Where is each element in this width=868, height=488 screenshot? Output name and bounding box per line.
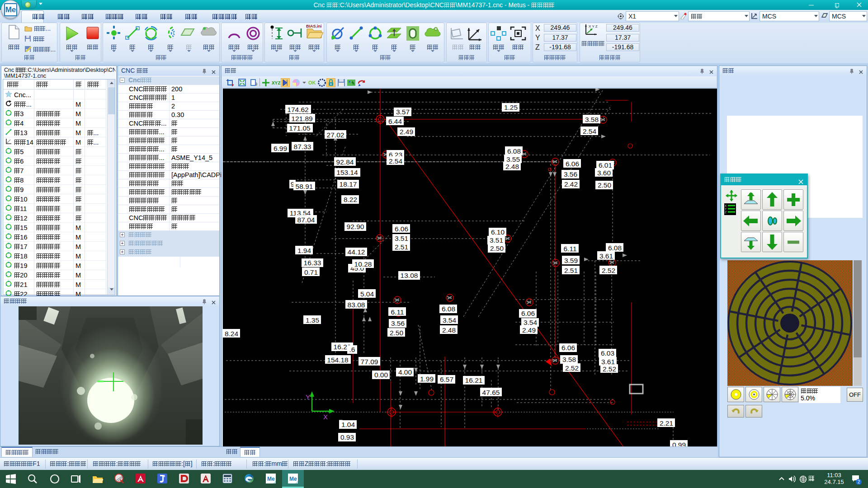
svg-text:6.57: 6.57 — [440, 375, 453, 383]
svg-text:8.24: 8.24 — [225, 330, 239, 338]
svg-text:87.04: 87.04 — [297, 216, 315, 224]
svg-text:10.28: 10.28 — [354, 260, 372, 268]
svg-text:5.04: 5.04 — [360, 290, 374, 298]
svg-text:6.01: 6.01 — [599, 161, 612, 169]
svg-text:2.51: 2.51 — [395, 243, 408, 251]
svg-text:6.10: 6.10 — [491, 228, 505, 236]
svg-text:3.57: 3.57 — [396, 108, 410, 116]
svg-text:Z: Z — [725, 211, 726, 214]
svg-text:6.08: 6.08 — [608, 244, 622, 252]
svg-text:6.11: 6.11 — [563, 245, 576, 253]
svg-text:6.08: 6.08 — [442, 305, 455, 313]
svg-text:154.18: 154.18 — [327, 356, 348, 364]
svg-text:4.00: 4.00 — [398, 368, 412, 376]
svg-text:6.06: 6.06 — [521, 310, 535, 317]
svg-text:3.54: 3.54 — [524, 319, 538, 326]
svg-text:153.14: 153.14 — [336, 169, 358, 176]
svg-text:6.44: 6.44 — [388, 117, 402, 125]
svg-text:2.54: 2.54 — [583, 127, 597, 135]
svg-text:3.51: 3.51 — [490, 236, 503, 244]
svg-text:8.22: 8.22 — [344, 196, 357, 203]
svg-text:16.33: 16.33 — [304, 259, 321, 267]
svg-text:Me: Me — [289, 476, 297, 482]
svg-text:16.21: 16.21 — [465, 376, 483, 384]
svg-text:2.48: 2.48 — [442, 326, 456, 334]
svg-text:3.56: 3.56 — [391, 319, 405, 327]
svg-text:3.51: 3.51 — [395, 235, 408, 242]
svg-text:47.65: 47.65 — [482, 389, 500, 396]
svg-text:Y: Y — [306, 393, 310, 401]
svg-text:3.58: 3.58 — [585, 116, 599, 123]
svg-text:27.02: 27.02 — [327, 131, 344, 139]
svg-text:X: X — [323, 413, 328, 421]
svg-text:3.58: 3.58 — [562, 356, 576, 363]
svg-text:171.05: 171.05 — [289, 124, 310, 132]
svg-text:2.50: 2.50 — [490, 244, 504, 252]
svg-text:2.49: 2.49 — [522, 326, 536, 334]
svg-text:6.06: 6.06 — [395, 225, 408, 233]
svg-text:.6: .6 — [349, 346, 355, 353]
svg-text:0.93: 0.93 — [340, 433, 354, 441]
svg-text:2.52: 2.52 — [602, 267, 615, 274]
svg-text:0.71: 0.71 — [304, 268, 318, 276]
svg-text:Me: Me — [267, 476, 275, 482]
svg-text:2.42: 2.42 — [564, 180, 578, 188]
svg-text:83.08: 83.08 — [348, 301, 365, 309]
svg-text:77.09: 77.09 — [361, 358, 378, 366]
svg-text:44.12: 44.12 — [348, 248, 365, 256]
svg-text:87.33: 87.33 — [294, 143, 311, 150]
svg-text:13.08: 13.08 — [401, 272, 418, 279]
svg-text:6.08: 6.08 — [507, 147, 521, 155]
svg-text:1.99: 1.99 — [420, 375, 434, 383]
svg-text:3.61: 3.61 — [599, 252, 613, 260]
svg-text:3.61: 3.61 — [601, 358, 615, 366]
svg-text:1.25: 1.25 — [504, 103, 518, 111]
svg-text:0.00: 0.00 — [374, 371, 388, 379]
svg-text:6.06: 6.06 — [566, 160, 579, 168]
svg-text:XYZ: XYZ — [272, 80, 280, 86]
svg-text:58.91: 58.91 — [296, 183, 313, 190]
svg-text:2.21: 2.21 — [660, 419, 673, 427]
svg-text:92.84: 92.84 — [336, 158, 354, 166]
svg-text:3.60: 3.60 — [597, 169, 611, 177]
svg-text:3.55: 3.55 — [506, 155, 520, 163]
svg-text:2.54: 2.54 — [389, 157, 403, 165]
svg-text:BIAS.ini: BIAS.ini — [306, 24, 322, 28]
svg-text:2.50: 2.50 — [390, 329, 404, 337]
svg-text:6.06: 6.06 — [561, 344, 575, 352]
svg-text:2.48: 2.48 — [505, 163, 519, 170]
svg-text:2.52: 2.52 — [565, 364, 579, 372]
svg-text:2.50: 2.50 — [598, 181, 612, 189]
svg-text:6.11: 6.11 — [391, 308, 404, 316]
svg-text:2.52: 2.52 — [603, 365, 616, 373]
svg-text:3.54: 3.54 — [443, 316, 457, 324]
svg-text:6.03: 6.03 — [601, 349, 614, 357]
svg-text:18.17: 18.17 — [340, 180, 357, 188]
svg-text:1.35: 1.35 — [306, 316, 319, 324]
svg-text:92.90: 92.90 — [347, 223, 364, 230]
svg-text:121.89: 121.89 — [291, 115, 312, 122]
svg-text:OK: OK — [308, 80, 316, 85]
svg-text:X Y Z: X Y Z — [589, 24, 598, 28]
svg-text:174.62: 174.62 — [287, 106, 308, 113]
svg-text:2.51: 2.51 — [564, 267, 578, 274]
svg-text:0.99: 0.99 — [672, 441, 686, 447]
svg-text:3.59: 3.59 — [564, 257, 578, 264]
svg-text:1.94: 1.94 — [297, 247, 311, 254]
svg-text:2.49: 2.49 — [400, 128, 413, 136]
svg-text:6.99: 6.99 — [274, 145, 287, 152]
svg-text:3.56: 3.56 — [564, 170, 577, 178]
svg-text:1.04: 1.04 — [341, 421, 355, 428]
